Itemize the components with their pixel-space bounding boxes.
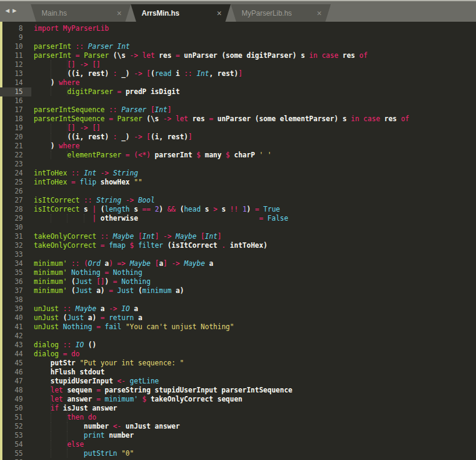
code-line-48[interactable]: 48 let sequen = parseString stupidUserIn… <box>0 386 476 395</box>
code-line-28[interactable]: 28isItCorrect s | (length s == 2) && (he… <box>0 205 476 214</box>
line-number: 23 <box>0 160 31 169</box>
line-number: 45 <box>0 359 31 368</box>
editor-pane[interactable]: 8import MyParserLib910parserInt :: Parse… <box>0 22 476 460</box>
line-number: 8 <box>0 24 31 33</box>
code-line-35[interactable]: 35minimum' Nothing = Nothing <box>0 268 476 277</box>
code-line-42[interactable]: 42 <box>0 332 476 341</box>
code-line-16[interactable]: 16 <box>0 96 476 106</box>
code-line-54[interactable]: 54 else <box>0 440 476 449</box>
code-line-30[interactable]: 30 <box>0 223 476 232</box>
tab-nav-arrows: ◀ ▶ <box>5 6 16 16</box>
code-line-49[interactable]: 49 let answer = minimum' $ takeOnlyCorre… <box>0 395 476 404</box>
code-line-18[interactable]: 18parserIntSequence = Parser (\s -> let … <box>0 115 476 124</box>
code-line-26[interactable]: 26 <box>0 187 476 196</box>
line-number: 37 <box>0 286 31 295</box>
line-text: dialog = do <box>34 350 80 359</box>
line-text: | otherwise = False <box>34 214 288 223</box>
line-number: 27 <box>0 196 31 205</box>
tab-arrsmin-hs[interactable]: ArrsMin.hs× <box>131 4 231 22</box>
line-number: 25 <box>0 178 31 187</box>
code-line-10[interactable]: 10parserInt :: Parser Int <box>0 42 476 51</box>
code-line-19[interactable]: 19 [] -> [] <box>0 124 476 133</box>
code-line-24[interactable]: 24intToHex :: Int -> String <box>0 169 476 178</box>
code-line-32[interactable]: 32takeOnlyCorrect = fmap $ filter (isItC… <box>0 241 476 250</box>
code-line-14[interactable]: 14 ) where <box>0 78 476 87</box>
line-text: minimum' (Just []) = Nothing <box>34 277 151 286</box>
code-line-23[interactable]: 23 <box>0 160 476 169</box>
code-line-34[interactable]: 34minimum' :: (Ord a) => Maybe [a] -> Ma… <box>0 259 476 268</box>
line-number: 19 <box>0 124 31 133</box>
line-text: unJust :: Maybe a -> IO a <box>34 304 138 313</box>
code-line-52[interactable]: 52 number <- unJust answer <box>0 422 476 431</box>
code-line-20[interactable]: 20 ((i, rest) : _) -> [(i, rest)] <box>0 133 476 142</box>
code-line-51[interactable]: 51 then do <box>0 413 476 422</box>
code-line-45[interactable]: 45 putStr "Put your int sequence: " <box>0 359 476 368</box>
code-line-46[interactable]: 46 hFlush stdout <box>0 368 476 377</box>
close-icon[interactable]: × <box>117 9 122 17</box>
nav-forward-icon[interactable]: ▶ <box>13 6 17 16</box>
code-line-39[interactable]: 39unJust :: Maybe a -> IO a <box>0 304 476 313</box>
code-line-12[interactable]: 12 [] -> [] <box>0 60 476 69</box>
code-line-44[interactable]: 44dialog = do <box>0 350 476 359</box>
line-number: 49 <box>0 395 31 404</box>
code-line-8[interactable]: 8import MyParserLib <box>0 24 476 33</box>
line-text: number <- unJust answer <box>34 422 180 431</box>
code-line-33[interactable]: 33 <box>0 250 476 259</box>
line-text: elementParser = (<*) parserInt $ many $ … <box>34 151 272 160</box>
line-text: else <box>34 440 84 449</box>
line-number: 47 <box>0 377 31 386</box>
line-number: 16 <box>0 96 31 106</box>
line-number: 53 <box>0 431 31 440</box>
line-text: minimum' :: (Ord a) => Maybe [a] -> Mayb… <box>34 259 213 268</box>
line-text: minimum' (Just a) = Just (minimum a) <box>34 286 184 295</box>
line-text: takeOnlyCorrect = fmap $ filter (isItCor… <box>34 241 268 250</box>
code-line-55[interactable]: 55 putStrLn "0" <box>0 449 476 458</box>
close-icon[interactable]: × <box>217 9 222 17</box>
code-line-37[interactable]: 37minimum' (Just a) = Just (minimum a) <box>0 286 476 295</box>
code-line-29[interactable]: 29 | otherwise = False <box>0 214 476 223</box>
line-number: 41 <box>0 323 31 332</box>
line-number: 34 <box>0 259 31 268</box>
code-line-22[interactable]: 22 elementParser = (<*) parserInt $ many… <box>0 151 476 160</box>
code-line-9[interactable]: 9 <box>0 33 476 42</box>
code-line-47[interactable]: 47 stupidUserInput <- getLine <box>0 377 476 386</box>
line-text: parserInt = Parser (\s -> let res = unPa… <box>34 51 368 60</box>
code-line-53[interactable]: 53 print number <box>0 431 476 440</box>
line-text: intToHex = flip showHex "" <box>34 178 142 187</box>
line-text: intToHex :: Int -> String <box>34 169 138 178</box>
code-line-27[interactable]: 27isItCorrect :: String -> Bool <box>0 196 476 205</box>
nav-back-icon[interactable]: ◀ <box>5 6 10 16</box>
close-icon[interactable]: × <box>317 9 322 17</box>
code-line-17[interactable]: 17parserIntSequence :: Parser [Int] <box>0 106 476 115</box>
code-line-50[interactable]: 50 if isJust answer <box>0 404 476 413</box>
line-number: 48 <box>0 386 31 395</box>
code-line-15[interactable]: 15 digitParser = predP isDigit <box>0 87 476 96</box>
line-number: 17 <box>0 106 31 115</box>
line-number: 14 <box>0 78 31 87</box>
line-number: 28 <box>0 205 31 214</box>
line-number: 51 <box>0 413 31 422</box>
code-line-41[interactable]: 41unJust Nothing = fail "You can't unjus… <box>0 323 476 332</box>
code-line-31[interactable]: 31takeOnlyCorrect :: Maybe [Int] -> Mayb… <box>0 232 476 241</box>
tab-myparserlib-hs[interactable]: MyParserLib.hs× <box>231 4 331 22</box>
line-text: print number <box>34 431 134 440</box>
code-line-36[interactable]: 36minimum' (Just []) = Nothing <box>0 277 476 286</box>
line-text: unJust (Just a) = return a <box>34 313 142 323</box>
code-line-21[interactable]: 21 ) where <box>0 142 476 151</box>
code-area: 8import MyParserLib910parserInt :: Parse… <box>0 24 476 460</box>
code-line-25[interactable]: 25intToHex = flip showHex "" <box>0 178 476 187</box>
code-line-38[interactable]: 38 <box>0 295 476 304</box>
code-line-40[interactable]: 40unJust (Just a) = return a <box>0 313 476 323</box>
code-line-11[interactable]: 11parserInt = Parser (\s -> let res = un… <box>0 51 476 60</box>
tab-bar: ◀ ▶ Main.hs×ArrsMin.hs×MyParserLib.hs× <box>0 0 476 22</box>
code-line-13[interactable]: 13 ((i, rest) : _) -> [(read i :: Int, r… <box>0 69 476 78</box>
line-text: parserIntSequence = Parser (\s -> let re… <box>34 115 409 124</box>
line-text: ((i, rest) : _) -> [(i, rest)] <box>34 133 192 142</box>
tab-main-hs[interactable]: Main.hs× <box>31 4 131 22</box>
code-line-43[interactable]: 43dialog :: IO () <box>0 341 476 350</box>
line-number: 21 <box>0 142 31 151</box>
line-number: 33 <box>0 250 31 259</box>
line-text: putStrLn "0" <box>34 449 134 458</box>
tabs: Main.hs×ArrsMin.hs×MyParserLib.hs× <box>31 4 331 22</box>
line-number: 11 <box>0 51 31 60</box>
